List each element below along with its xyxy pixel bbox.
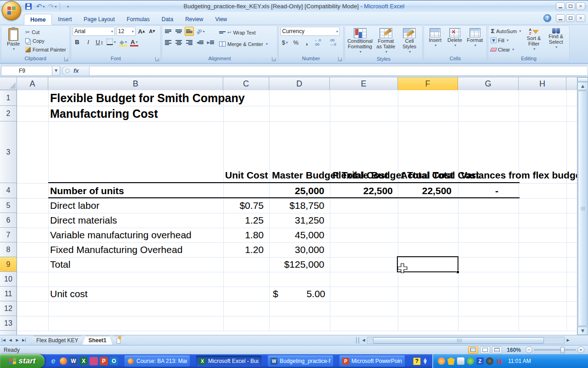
sheet-tab-flex-budget-key[interactable]: Flex Budget KEY <box>30 336 84 345</box>
last-sheet-button[interactable]: ▶| <box>21 337 28 344</box>
close-button[interactable]: × <box>576 2 585 10</box>
first-sheet-button[interactable]: |◀ <box>0 337 7 344</box>
row-header-8[interactable]: 8 <box>0 242 17 257</box>
fill-button[interactable]: ▼Fill <box>490 36 522 45</box>
cell-D3[interactable]: Master Budget Total Cost <box>272 121 330 183</box>
row-header-9[interactable]: 9 <box>0 257 17 272</box>
cell-B7[interactable]: Variable manufacturing overhead <box>50 228 223 242</box>
column-header-h[interactable]: H <box>519 77 566 90</box>
horizontal-scroll-track[interactable] <box>367 337 565 344</box>
cell-B2[interactable]: Manufacturing Cost <box>50 106 326 121</box>
help-button[interactable]: ? <box>543 14 551 22</box>
select-all-corner[interactable] <box>0 77 17 90</box>
paste-button[interactable]: Paste <box>3 27 24 54</box>
word-icon[interactable]: W <box>69 357 78 365</box>
tab-home[interactable]: Home <box>24 14 52 25</box>
next-sheet-button[interactable]: ▶ <box>14 337 21 344</box>
firefox-icon[interactable] <box>59 357 68 365</box>
row-header-10[interactable]: 10 <box>0 272 17 287</box>
taskbar-button-powerpoint[interactable]: P Microsoft PowerPoint ... <box>339 356 405 367</box>
split-handle[interactable] <box>577 77 588 82</box>
powerpoint-icon[interactable]: P <box>100 357 108 365</box>
cell-D7[interactable]: 45,000 <box>269 228 324 242</box>
grow-font-button[interactable]: A▲ <box>137 27 146 36</box>
tray-volume-icon[interactable] <box>457 357 464 365</box>
cell-B11[interactable]: Unit cost <box>50 287 223 301</box>
clear-button[interactable]: Clear <box>490 45 522 54</box>
row-header-11[interactable]: 11 <box>0 287 17 301</box>
cell-D9[interactable]: $125,000 <box>269 257 324 272</box>
middle-align-button[interactable] <box>174 27 183 36</box>
accounting-format-button[interactable]: $ <box>280 38 289 47</box>
orientation-button[interactable]: ab <box>195 27 206 36</box>
tray-clock-icon[interactable] <box>486 357 493 365</box>
align-left-button[interactable] <box>164 38 173 47</box>
insert-worksheet-tab[interactable] <box>111 336 126 345</box>
cell-E3[interactable]: Flexible Budget Total Cost <box>333 121 398 183</box>
tab-page-layout[interactable]: Page Layout <box>78 14 120 25</box>
cell-D5[interactable]: $18,750 <box>269 198 324 213</box>
row-header-12[interactable]: 12 <box>0 301 17 316</box>
taskbar-button-firefox[interactable]: Course: BA 213: Man... <box>124 356 190 367</box>
outlook-icon[interactable]: O <box>110 357 118 365</box>
column-header-e[interactable]: E <box>330 77 398 90</box>
cell-D6[interactable]: 31,250 <box>269 213 324 228</box>
row-header-2[interactable]: 2 <box>0 106 17 121</box>
column-header-f[interactable]: F <box>398 77 458 90</box>
format-cells-button[interactable]: Format <box>465 27 485 54</box>
taskbar-button-excel[interactable]: X Microsoft Excel - Bud... <box>196 356 261 367</box>
row-header-5[interactable]: 5 <box>0 198 17 213</box>
start-button[interactable]: start <box>0 354 45 368</box>
dialog-launcher-icon[interactable] <box>272 57 276 61</box>
borders-button[interactable] <box>106 37 117 46</box>
normal-view-button[interactable] <box>468 346 478 354</box>
font-color-button[interactable]: A <box>130 37 139 46</box>
cell-styles-button[interactable]: Cell Styles <box>398 27 420 55</box>
cell-B9[interactable]: Total <box>50 257 223 272</box>
zoom-in-button[interactable]: + <box>577 346 584 353</box>
tab-formulas[interactable]: Formulas <box>121 14 156 25</box>
scroll-up-button[interactable]: ▲ <box>577 82 588 90</box>
row-header-4[interactable]: 4 <box>0 183 17 198</box>
row-header-13[interactable]: 13 <box>0 316 17 331</box>
conditional-formatting-button[interactable]: Conditional Formatting <box>347 27 373 55</box>
tab-split-handle[interactable] <box>356 337 359 344</box>
dialog-launcher-icon[interactable] <box>155 57 159 61</box>
cell-C3[interactable]: Unit Cost <box>225 121 269 183</box>
fill-color-button[interactable]: ◆ <box>119 37 128 46</box>
zoom-slider-thumb[interactable] <box>560 347 565 353</box>
find-select-button[interactable]: Find & Select <box>546 27 566 54</box>
cut-button[interactable]: ✂Cut <box>24 28 68 36</box>
comma-style-button[interactable]: , <box>302 38 311 47</box>
restore-button[interactable] <box>566 2 575 10</box>
page-break-view-button[interactable] <box>492 346 502 354</box>
vertical-scroll-thumb[interactable] <box>578 91 588 326</box>
column-header-g[interactable]: G <box>458 77 519 90</box>
insert-cells-button[interactable]: Insert <box>425 27 445 54</box>
internet-explorer-icon[interactable]: e <box>49 357 57 365</box>
office-button[interactable] <box>2 1 21 20</box>
name-box[interactable]: F9 <box>1 66 52 76</box>
italic-button[interactable]: I <box>84 37 93 46</box>
font-size-combo[interactable]: 12 <box>116 27 136 36</box>
tab-insert[interactable]: Insert <box>52 14 78 25</box>
horizontal-scroll-thumb[interactable] <box>373 337 544 344</box>
row-header-1[interactable]: 1 <box>0 90 17 106</box>
cell-D4[interactable]: 25,000 <box>269 183 324 198</box>
tray-messenger-icon[interactable] <box>438 357 445 365</box>
decrease-decimal-button[interactable]: .00 →.0 <box>328 38 342 47</box>
tab-data[interactable]: Data <box>156 14 179 25</box>
tray-shield-icon[interactable] <box>447 357 455 365</box>
dialog-launcher-icon[interactable] <box>338 57 342 61</box>
cell-C8[interactable]: 1.20 <box>223 242 264 257</box>
column-header-c[interactable]: C <box>223 77 269 90</box>
cell-D11[interactable]: $5.00 <box>269 287 325 301</box>
zoom-out-button[interactable]: − <box>526 346 532 353</box>
format-painter-button[interactable]: Format Painter <box>24 45 68 54</box>
row-header-7[interactable]: 7 <box>0 228 17 242</box>
cell-B4[interactable]: Number of units <box>50 183 223 198</box>
font-family-combo[interactable]: Arial <box>73 27 115 36</box>
tray-zone-icon[interactable]: Z <box>476 357 484 365</box>
scroll-right-button[interactable]: ▶ <box>565 337 571 344</box>
bottom-align-button[interactable] <box>185 27 194 36</box>
